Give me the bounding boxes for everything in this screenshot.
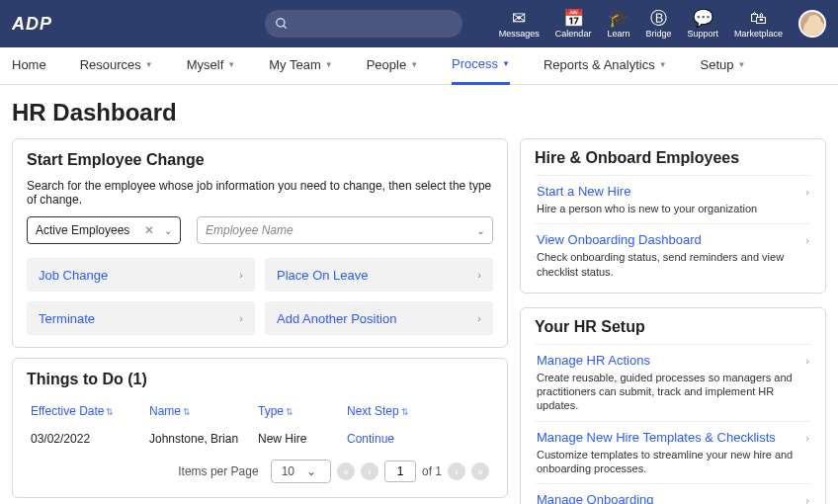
avatar[interactable]: [798, 10, 826, 38]
list-item[interactable]: Manage HR Actions Create reusable, guide…: [535, 344, 811, 421]
sort-icon: ⇅: [401, 407, 409, 417]
prev-page-button[interactable]: ‹: [361, 462, 378, 480]
chevron-down-icon: ⌄: [476, 225, 484, 236]
manage-hr-actions-link[interactable]: Manage HR Actions: [537, 353, 809, 368]
view-onboarding-dashboard-link[interactable]: View Onboarding Dashboard: [537, 232, 809, 247]
pagination: Items per Page 10 « ‹ of 1 › »: [27, 454, 493, 485]
first-page-button[interactable]: «: [337, 462, 355, 480]
chevron-right-icon: ›: [805, 186, 809, 198]
svg-line-2: [284, 26, 287, 29]
chevron-down-icon: ⌄: [164, 225, 172, 236]
of-total: of 1: [422, 464, 442, 478]
search-icon: [275, 17, 289, 31]
col-next-step[interactable]: Next Step⇅: [347, 404, 489, 418]
clear-icon[interactable]: ✕: [144, 223, 154, 237]
col-effective-date[interactable]: Effective Date⇅: [31, 404, 149, 418]
nav-learn[interactable]: 🎓Learn: [607, 10, 629, 39]
action-add-position[interactable]: Add Another Position›: [265, 301, 493, 335]
hr-setup-card: Your HR Setup Manage HR Actions Create r…: [520, 307, 826, 504]
nav-label: Bridge: [645, 29, 671, 39]
cell-name: Johnstone, Brian: [149, 432, 258, 446]
table-row: 03/02/2022 Johnstone, Brian New Hire Con…: [27, 424, 493, 454]
action-place-on-leave[interactable]: Place On Leave›: [265, 258, 493, 292]
next-page-button[interactable]: ›: [448, 462, 465, 480]
cell-date: 03/02/2022: [31, 432, 149, 446]
manage-onboarding-link[interactable]: Manage Onboarding: [537, 492, 809, 504]
list-item[interactable]: View Onboarding Dashboard Check onboardi…: [535, 223, 811, 287]
nav-people[interactable]: People▼: [367, 57, 418, 74]
chevron-down-icon: ▼: [227, 60, 235, 69]
continue-link[interactable]: Continue: [347, 432, 489, 446]
chat-icon: 💬: [693, 10, 713, 27]
chevron-right-icon: ›: [805, 355, 809, 367]
card-title: Hire & Onboard Employees: [535, 149, 811, 167]
nav-myself[interactable]: Myself▼: [187, 57, 235, 74]
items-per-page-select[interactable]: 10: [271, 460, 331, 483]
filter-select[interactable]: Active Employees ✕ ⌄: [27, 216, 181, 244]
employee-placeholder: Employee Name: [206, 223, 293, 237]
sort-icon: ⇅: [286, 407, 293, 417]
sort-icon: ⇅: [183, 407, 191, 417]
circle-b-icon: Ⓑ: [650, 10, 667, 27]
chevron-down-icon: ▼: [502, 59, 510, 68]
things-to-do-card: Things to Do (1) Effective Date⇅ Name⇅ T…: [12, 358, 508, 498]
nav-label: Calendar: [555, 29, 592, 39]
chevron-down-icon: ▼: [325, 60, 333, 69]
manage-templates-link[interactable]: Manage New Hire Templates & Checklists: [537, 430, 809, 445]
nav-myteam[interactable]: My Team▼: [269, 57, 332, 74]
nav-marketplace[interactable]: 🛍Marketplace: [734, 10, 783, 39]
chevron-right-icon: ›: [477, 269, 481, 281]
card-title: Start Employee Change: [27, 151, 493, 169]
nav-calendar[interactable]: 📅Calendar: [555, 10, 592, 39]
nav-home[interactable]: Home: [12, 57, 46, 74]
chevron-right-icon: ›: [805, 494, 809, 504]
chevron-down-icon: ▼: [659, 60, 667, 69]
nav-label: Support: [687, 29, 718, 39]
item-desc: Customize templates to streamline your n…: [537, 448, 809, 476]
employee-select[interactable]: Employee Name ⌄: [197, 216, 493, 244]
item-desc: Create reusable, guided processes so man…: [537, 371, 809, 413]
search-input[interactable]: [265, 10, 462, 38]
action-terminate[interactable]: Terminate›: [27, 301, 255, 335]
chevron-right-icon: ›: [239, 312, 243, 324]
nav-label: Learn: [607, 29, 629, 39]
list-item[interactable]: Manage Onboarding Add or edit onboarding…: [535, 483, 811, 504]
nav-reports[interactable]: Reports & Analytics▼: [544, 57, 667, 74]
page-title: HR Dashboard: [0, 85, 838, 138]
card-title: Things to Do (1): [27, 371, 493, 388]
cell-type: New Hire: [258, 432, 347, 446]
main-nav: Home Resources▼ Myself▼ My Team▼ People▼…: [0, 47, 838, 85]
chevron-right-icon: ›: [805, 432, 809, 444]
item-desc: Hire a person who is new to your organiz…: [537, 202, 809, 215]
card-title: Your HR Setup: [535, 318, 811, 336]
list-item[interactable]: Start a New Hire Hire a person who is ne…: [535, 175, 811, 223]
nav-resources[interactable]: Resources▼: [80, 57, 153, 74]
top-icon-bar: ✉Messages 📅Calendar 🎓Learn ⒷBridge 💬Supp…: [499, 10, 826, 39]
chevron-down-icon: ▼: [410, 60, 418, 69]
nav-messages[interactable]: ✉Messages: [499, 10, 540, 39]
chevron-right-icon: ›: [477, 312, 481, 324]
card-instruction: Search for the employee whose job inform…: [27, 179, 493, 207]
chevron-right-icon: ›: [239, 269, 243, 281]
nav-label: Messages: [499, 29, 540, 39]
col-name[interactable]: Name⇅: [149, 404, 258, 418]
last-page-button[interactable]: »: [471, 462, 489, 480]
nav-support[interactable]: 💬Support: [687, 10, 718, 39]
page-input[interactable]: [384, 461, 416, 482]
start-new-hire-link[interactable]: Start a New Hire: [537, 184, 809, 199]
nav-process[interactable]: Process▼: [452, 47, 510, 85]
action-job-change[interactable]: Job Change›: [27, 258, 255, 292]
chevron-down-icon: ▼: [145, 60, 153, 69]
svg-point-1: [277, 19, 285, 27]
brand-logo: ADP: [12, 13, 53, 35]
hire-onboard-card: Hire & Onboard Employees Start a New Hir…: [520, 138, 826, 294]
item-desc: Check onboarding status, send reminders …: [537, 250, 809, 279]
bag-icon: 🛍: [750, 10, 767, 27]
col-type[interactable]: Type⇅: [258, 404, 347, 418]
list-item[interactable]: Manage New Hire Templates & Checklists C…: [535, 421, 811, 484]
nav-bridge[interactable]: ⒷBridge: [645, 10, 671, 39]
filter-value: Active Employees: [36, 223, 129, 237]
grad-cap-icon: 🎓: [608, 10, 628, 27]
nav-setup[interactable]: Setup▼: [701, 57, 746, 74]
svg-text:ADP: ADP: [12, 14, 52, 34]
